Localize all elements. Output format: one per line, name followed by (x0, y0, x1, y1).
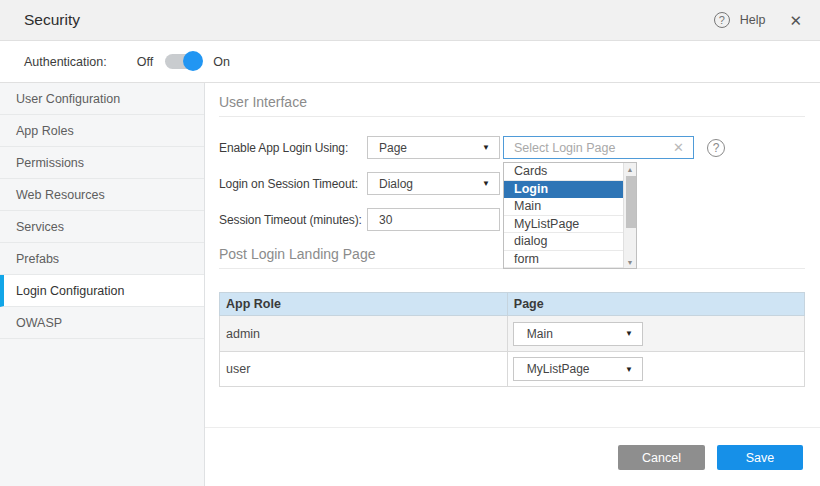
divider (219, 116, 805, 117)
dropdown-option-cards[interactable]: Cards (504, 163, 636, 181)
app-role-cell: user (220, 352, 508, 387)
chevron-down-icon: ▼ (625, 329, 633, 338)
chevron-down-icon: ▼ (482, 143, 490, 152)
sidebar-item-login-configuration[interactable]: Login Configuration (0, 275, 204, 307)
page-title: Security (24, 11, 714, 29)
help-link[interactable]: Help (740, 13, 766, 27)
sidebar-item-services[interactable]: Services (0, 211, 204, 243)
authentication-label: Authentication: (24, 55, 107, 69)
landing-page-table: App Role Page admin Main ▼ user (219, 292, 805, 387)
user-page-select[interactable]: MyListPage ▼ (513, 357, 643, 381)
dropdown-scrollbar[interactable]: ▲ ▼ (623, 163, 636, 268)
scroll-down-icon[interactable]: ▼ (624, 256, 636, 268)
table-row: user MyListPage ▼ (220, 352, 805, 387)
dropdown-option-login[interactable]: Login (504, 181, 636, 199)
col-header-app-role: App Role (220, 293, 508, 316)
chevron-down-icon: ▼ (482, 179, 490, 188)
enable-app-login-label: Enable App Login Using: (219, 141, 367, 155)
toggle-off-label: Off (137, 55, 153, 69)
authentication-toggle[interactable] (165, 54, 201, 69)
chevron-down-icon: ▼ (625, 365, 633, 374)
scrollbar-thumb[interactable] (626, 176, 636, 228)
app-role-cell: admin (220, 316, 508, 352)
toggle-knob (183, 51, 203, 71)
session-timeout-login-label: Login on Session Timeout: (219, 177, 367, 191)
header: Security ? Help ✕ (0, 0, 820, 41)
login-page-combo-input[interactable]: Select Login Page ✕ (503, 136, 694, 159)
authentication-row: Authentication: Off On (0, 41, 820, 83)
sidebar-item-owasp[interactable]: OWASP (0, 307, 204, 339)
close-icon[interactable]: ✕ (789, 13, 802, 28)
cancel-button[interactable]: Cancel (618, 445, 705, 470)
login-using-select[interactable]: Page ▼ (367, 136, 500, 159)
table-row: admin Main ▼ (220, 316, 805, 352)
security-dialog: Security ? Help ✕ Authentication: Off On… (0, 0, 820, 486)
sidebar: User Configuration App Roles Permissions… (0, 83, 205, 486)
dropdown-option-main[interactable]: Main (504, 198, 636, 216)
scroll-up-icon[interactable]: ▲ (624, 163, 636, 175)
footer-divider (205, 427, 820, 428)
login-page-placeholder: Select Login Page (514, 141, 673, 155)
toggle-on-label: On (213, 55, 230, 69)
sidebar-item-web-resources[interactable]: Web Resources (0, 179, 204, 211)
dropdown-option-form[interactable]: form (504, 251, 636, 269)
dropdown-option-mylistpage[interactable]: MyListPage (504, 216, 636, 234)
session-timeout-select[interactable]: Dialog ▼ (367, 172, 500, 195)
field-help-icon[interactable]: ? (707, 139, 725, 157)
dropdown-option-dialog[interactable]: dialog (504, 233, 636, 251)
col-header-page: Page (507, 293, 804, 316)
sidebar-item-app-roles[interactable]: App Roles (0, 115, 204, 147)
main-panel: User Interface Enable App Login Using: P… (205, 83, 820, 486)
admin-page-select[interactable]: Main ▼ (513, 322, 643, 346)
clear-icon[interactable]: ✕ (673, 140, 684, 155)
sidebar-item-prefabs[interactable]: Prefabs (0, 243, 204, 275)
save-button[interactable]: Save (717, 445, 803, 470)
sidebar-item-permissions[interactable]: Permissions (0, 147, 204, 179)
help-icon[interactable]: ? (714, 12, 730, 28)
session-timeout-input[interactable]: 30 (367, 208, 500, 231)
login-page-dropdown: Cards Login Main MyListPage dialog form … (503, 162, 637, 269)
session-timeout-minutes-label: Session Timeout (minutes): (219, 213, 367, 227)
section-title-user-interface: User Interface (219, 92, 805, 110)
sidebar-item-user-configuration[interactable]: User Configuration (0, 83, 204, 115)
